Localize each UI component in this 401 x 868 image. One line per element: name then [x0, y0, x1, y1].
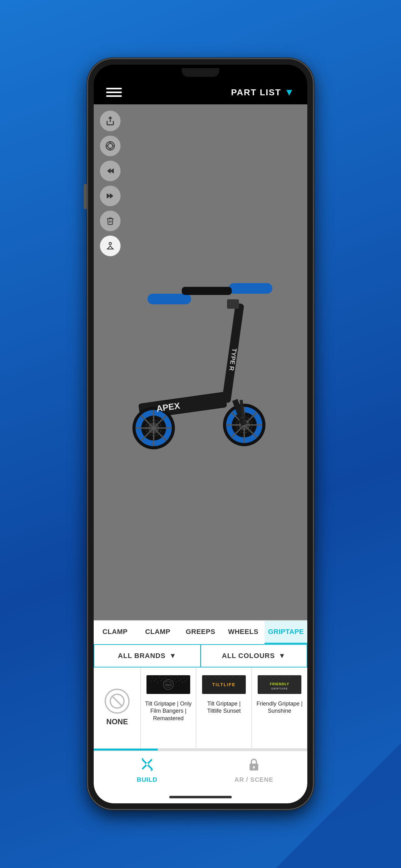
- svg-point-90: [266, 678, 268, 680]
- product-friendly-sunshine[interactable]: FRIENDLY GRIPTAPE Friendly Griptape | Su…: [252, 668, 307, 749]
- side-toolbar: [100, 111, 121, 256]
- svg-marker-8: [110, 168, 114, 174]
- svg-point-75: [208, 677, 209, 678]
- svg-point-78: [217, 678, 218, 679]
- notch-bar: [94, 65, 307, 80]
- hamburger-line-1: [106, 88, 122, 89]
- build-label: BUILD: [137, 776, 157, 783]
- svg-point-60: [157, 681, 158, 683]
- product-none[interactable]: NONE: [94, 668, 140, 749]
- tab-griptape[interactable]: GRIPTAPE: [265, 621, 307, 644]
- svg-point-82: [230, 678, 231, 679]
- svg-point-49: [162, 678, 163, 679]
- svg-point-89: [263, 677, 265, 678]
- svg-point-46: [152, 677, 153, 678]
- phone-frame: PART LIST ▼: [88, 59, 313, 809]
- product-tilt-tiltlife[interactable]: TILTLIFE Tilt Griptape | Tiltlife Sunset: [196, 668, 252, 749]
- tilt-film-name: Tilt Griptape | Only Film Bangers | Rema…: [144, 700, 193, 722]
- scale-button[interactable]: [100, 236, 121, 256]
- part-list-button[interactable]: PART LIST ▼: [231, 87, 295, 98]
- tab-clamp-1[interactable]: CLAMP: [94, 621, 136, 644]
- products-grid: NONE: [94, 668, 307, 749]
- svg-point-61: [160, 680, 161, 681]
- svg-point-97: [288, 677, 290, 678]
- scooter-image: APEX TYPE R: [94, 104, 307, 620]
- svg-point-56: [183, 677, 185, 679]
- svg-point-79: [220, 677, 222, 679]
- svg-point-59: [154, 680, 155, 681]
- product-tilt-only-film[interactable]: TILT Tilt Griptape | Only Film Bangers |…: [140, 668, 196, 749]
- tab-clamp-2[interactable]: CLAMP: [136, 621, 179, 644]
- back-button[interactable]: [100, 161, 121, 181]
- svg-point-102: [145, 763, 149, 766]
- svg-point-92: [273, 678, 274, 679]
- svg-point-80: [223, 679, 225, 680]
- brands-filter-button[interactable]: ALL BRANDS ▼: [94, 644, 201, 668]
- chevron-down-icon: ▼: [284, 87, 295, 98]
- svg-point-91: [269, 677, 271, 678]
- share-button[interactable]: [100, 111, 121, 131]
- svg-point-2: [108, 144, 113, 148]
- colours-filter-button[interactable]: ALL COLOURS ▼: [201, 644, 308, 668]
- delete-button[interactable]: [100, 211, 121, 231]
- tab-wheels[interactable]: WHEELS: [222, 621, 265, 644]
- svg-point-76: [211, 678, 212, 680]
- target-button[interactable]: [100, 135, 121, 156]
- colours-filter-label: ALL COLOURS: [222, 652, 275, 660]
- svg-rect-33: [229, 283, 272, 294]
- home-bar: [169, 796, 232, 798]
- parts-tabs: CLAMP CLAMP GREEPS WHEELS GRIPTAPE: [94, 620, 307, 644]
- svg-point-85: [239, 677, 240, 679]
- sunshine-name: Friendly Griptape | Sunshine: [255, 700, 304, 715]
- svg-text:FRIENDLY: FRIENDLY: [270, 682, 289, 686]
- bottom-navigation: BUILD AR / SCENE: [94, 750, 307, 791]
- notch: [182, 68, 219, 77]
- svg-point-54: [177, 677, 178, 678]
- svg-rect-34: [182, 287, 232, 295]
- hamburger-line-2: [106, 92, 122, 93]
- svg-point-95: [282, 677, 283, 678]
- svg-text:GRIPTAPE: GRIPTAPE: [271, 687, 288, 690]
- svg-point-58: [151, 681, 152, 682]
- tiltlife-image: TILTLIFE: [202, 675, 246, 694]
- svg-point-96: [285, 678, 287, 679]
- svg-point-74: [205, 678, 206, 679]
- tab-greeps[interactable]: GREEPS: [179, 621, 222, 644]
- svg-point-77: [214, 677, 215, 678]
- phone-screen: PART LIST ▼: [94, 65, 307, 803]
- svg-point-105: [253, 766, 255, 768]
- svg-point-67: [179, 680, 180, 681]
- app-header: PART LIST ▼: [94, 80, 307, 104]
- svg-point-88: [260, 678, 261, 679]
- svg-point-48: [158, 677, 160, 678]
- tiltlife-image-wrapper: TILTLIFE: [200, 673, 248, 696]
- svg-line-43: [112, 696, 123, 707]
- svg-point-69: [185, 681, 186, 682]
- build-icon: [140, 757, 154, 774]
- forward-button[interactable]: [100, 186, 121, 206]
- svg-point-94: [279, 679, 280, 680]
- sunshine-image-wrapper: FRIENDLY GRIPTAPE: [255, 673, 304, 696]
- svg-marker-9: [110, 193, 113, 199]
- part-list-label: PART LIST: [231, 88, 281, 97]
- svg-point-52: [171, 677, 172, 678]
- ar-scene-icon: [247, 757, 261, 774]
- scooter-svg: APEX TYPE R: [119, 266, 282, 459]
- nav-build[interactable]: BUILD: [94, 751, 201, 791]
- svg-point-57: [187, 678, 188, 679]
- outer-background: PART LIST ▼: [0, 0, 401, 868]
- scooter-viewer[interactable]: APEX TYPE R: [94, 104, 307, 620]
- svg-point-93: [276, 677, 277, 679]
- sunshine-image: FRIENDLY GRIPTAPE: [258, 675, 301, 694]
- svg-point-45: [149, 678, 150, 679]
- svg-text:TILTLIFE: TILTLIFE: [212, 682, 236, 687]
- svg-point-47: [155, 678, 157, 680]
- svg-point-55: [180, 678, 181, 680]
- none-icon: [105, 689, 130, 714]
- home-indicator: [94, 791, 307, 803]
- nav-ar-scene[interactable]: AR / SCENE: [201, 751, 307, 791]
- hamburger-line-3: [106, 95, 122, 97]
- svg-point-66: [175, 681, 177, 682]
- svg-rect-35: [227, 299, 239, 309]
- hamburger-menu[interactable]: [106, 88, 122, 97]
